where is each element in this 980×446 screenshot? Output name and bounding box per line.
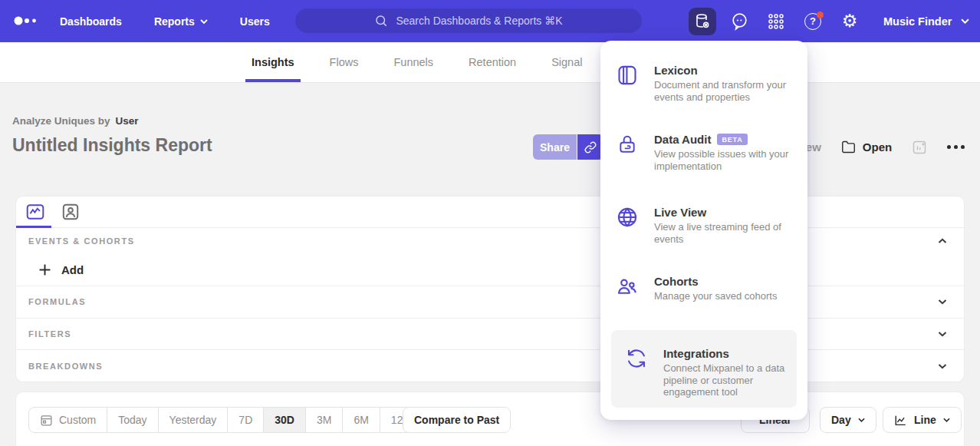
tab-flows[interactable]: Flows [330,42,359,82]
nav-dashboards[interactable]: Dashboards [60,15,122,28]
chevron-down-icon [200,19,208,24]
people-icon [616,276,639,302]
search-placeholder: Search Dashboards & Reports ⌘K [396,15,562,27]
breakdowns-section[interactable]: BREAKDOWNS [16,349,964,382]
top-nav: Dashboards Reports Users Search Dashboar… [0,0,980,42]
report-actions: New Open [797,134,965,160]
primary-nav: Dashboards Reports Users [60,0,270,42]
nav-users[interactable]: Users [240,15,270,28]
menu-item-integrations[interactable]: Integrations Connect Mixpanel to a data … [611,330,797,408]
add-label: Add [61,263,84,276]
menu-item-description: View a live streaming feed of events [654,221,792,245]
menu-item-data-audit[interactable]: Data Audit BETA View possible issues wit… [616,133,792,172]
chevron-up-icon[interactable] [938,238,947,244]
chevron-down-icon [938,299,947,305]
page-title: Untitled Insights Report [12,135,212,156]
link-icon [584,141,597,154]
menu-item-title: Integrations [663,347,797,360]
chevron-down-icon [943,418,950,422]
filters-section[interactable]: FILTERS [16,318,964,350]
menu-item-description: View possible issues with your implement… [654,148,792,172]
formulas-section[interactable]: FORMULAS [16,286,964,318]
events-cohorts-section[interactable]: EVENTS & COHORTS [16,228,964,253]
tab-retention[interactable]: Retention [469,42,516,82]
menu-item-title: Cohorts [654,275,777,288]
copy-link-button[interactable] [577,134,603,160]
share-button-group: Share [533,134,603,160]
events-cohorts-label: EVENTS & COHORTS [28,236,135,246]
lock-icon [616,134,639,172]
chevron-down-icon [938,331,947,337]
data-management-menu: Lexicon Document and transform your even… [600,41,807,420]
beta-badge: BETA [717,134,747,145]
add-event-button[interactable]: Add [16,253,964,286]
help-icon[interactable]: ? [799,8,827,35]
menu-item-title: Live View [654,206,792,219]
nav-reports-label: Reports [154,15,195,28]
menu-item-description: Manage your saved cohorts [654,290,777,302]
granularity-dropdown[interactable]: Day [820,407,876,433]
events-view-tab-chart-icon[interactable] [25,202,45,222]
range-custom[interactable]: Custom [29,408,107,432]
add-to-dashboard-icon[interactable] [912,140,927,155]
range-yesterday[interactable]: Yesterday [159,408,229,432]
search-input[interactable]: Search Dashboards & Reports ⌘K [295,8,642,33]
sync-icon [625,348,648,408]
project-name: Music Finder [883,15,952,28]
range-7d[interactable]: 7D [228,408,264,432]
range-3m[interactable]: 3M [306,408,343,432]
menu-item-cohorts[interactable]: Cohorts Manage your saved cohorts [616,275,792,302]
compare-to-past-button[interactable]: Compare to Past [403,407,511,433]
menu-item-description: Document and transform your events and p… [654,79,792,103]
nav-reports[interactable]: Reports [154,15,208,28]
menu-item-lexicon[interactable]: Lexicon Document and transform your even… [616,64,792,103]
tab-insights[interactable]: Insights [252,42,294,82]
chevron-down-icon [938,363,947,369]
filters-label: FILTERS [28,329,71,339]
apps-grid-icon[interactable] [762,8,790,35]
tab-funnels[interactable]: Funnels [393,42,433,82]
folder-icon [841,140,856,154]
range-30d[interactable]: 30D [264,408,306,432]
open-report-button[interactable]: Open [841,140,892,154]
nav-utility-icons: ? ⚙ [689,0,863,42]
book-icon [616,64,639,103]
breakdowns-label: BREAKDOWNS [28,362,103,371]
mixpanel-insights-page: Dashboards Reports Users Search Dashboar… [0,0,980,446]
nav-dashboards-label: Dashboards [60,15,122,28]
mixpanel-logo-icon[interactable] [14,16,38,25]
feedback-icon[interactable] [725,8,753,35]
line-chart-icon [894,415,907,426]
notification-dot [817,12,824,18]
query-builder-card: EVENTS & COHORTS Add FORMULAS FILTERS BR… [15,196,965,382]
menu-item-title: Data Audit BETA [654,133,792,146]
date-range-segmented-control: Custom Today Yesterday 7D 30D 3M 6M 12M [28,407,423,433]
chevron-down-icon [961,18,969,24]
more-options-icon[interactable] [947,145,965,149]
users-view-tab-person-icon[interactable] [61,202,81,222]
range-today[interactable]: Today [107,408,158,432]
share-button[interactable]: Share [533,134,577,160]
menu-item-live-view[interactable]: Live View View a live streaming feed of … [616,206,792,245]
calendar-icon [40,414,53,427]
search-icon [374,14,388,28]
menu-item-description: Connect Mixpanel to a data pipeline or c… [663,362,797,398]
analyze-entity-selector[interactable]: User [116,115,139,127]
nav-users-label: Users [240,15,270,28]
report-tabbar: Insights Flows Funnels Retention Signal … [0,42,980,83]
globe-icon [616,206,639,245]
data-management-icon[interactable] [689,8,716,35]
range-6m[interactable]: 6M [343,408,380,432]
plus-icon [39,264,51,276]
formulas-label: FORMULAS [28,297,86,306]
settings-gear-icon[interactable]: ⚙ [836,8,863,35]
builder-view-tabs [16,197,964,228]
chart-toolbar-card: Custom Today Yesterday 7D 30D 3M 6M 12M … [15,391,965,446]
project-switcher[interactable]: Music Finder [883,0,969,42]
analyze-label: Analyze Uniques by [12,115,110,127]
tab-signal[interactable]: Signal [551,42,582,82]
analyze-line: Analyze Uniques byUser [12,115,139,127]
open-label: Open [863,140,892,154]
chart-type-dropdown[interactable]: Line [883,407,962,433]
chevron-down-icon [858,418,865,422]
